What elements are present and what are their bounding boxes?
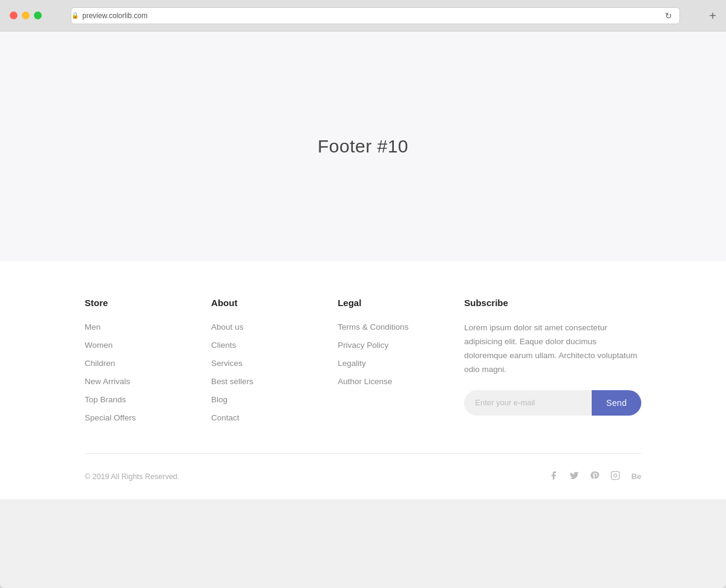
- legal-link-privacy[interactable]: Privacy Policy: [338, 341, 388, 350]
- browser-titlebar: 🔒 preview.colorlib.com ↻ +: [0, 0, 726, 31]
- social-icons: Be: [549, 471, 641, 482]
- store-link-special-offers[interactable]: Special Offers: [85, 413, 136, 422]
- list-item: Legality: [338, 358, 464, 368]
- legal-link-terms[interactable]: Terms & Conditions: [338, 322, 408, 332]
- list-item: Best sellers: [211, 376, 338, 387]
- legal-links: Terms & Conditions Privacy Policy Legali…: [338, 321, 464, 387]
- footer-column-legal: Legal Terms & Conditions Privacy Policy …: [338, 298, 464, 423]
- about-heading: About: [211, 298, 338, 308]
- maximize-button[interactable]: [34, 11, 42, 19]
- list-item: About us: [211, 321, 338, 332]
- page-content: Footer #10 Store Men Women Children New …: [0, 31, 726, 499]
- list-item: Clients: [211, 339, 338, 350]
- list-item: New Arrivals: [85, 376, 211, 387]
- store-heading: Store: [85, 298, 211, 308]
- send-button[interactable]: Send: [592, 390, 641, 416]
- list-item: Top Brands: [85, 394, 211, 405]
- list-item: Services: [211, 358, 338, 368]
- hero-section: Footer #10: [0, 31, 726, 261]
- list-item: Children: [85, 358, 211, 368]
- store-link-new-arrivals[interactable]: New Arrivals: [85, 377, 130, 386]
- address-bar[interactable]: 🔒 preview.colorlib.com ↻: [71, 7, 680, 24]
- about-link-services[interactable]: Services: [211, 359, 243, 368]
- about-link-contact[interactable]: Contact: [211, 413, 240, 422]
- traffic-lights: [10, 11, 42, 19]
- list-item: Contact: [211, 412, 338, 423]
- legal-link-author-license[interactable]: Author License: [338, 377, 392, 386]
- copyright-text: © 2019 All Rights Reserved.: [85, 472, 180, 481]
- footer-inner: Store Men Women Children New Arrivals To…: [60, 298, 666, 499]
- store-link-men[interactable]: Men: [85, 322, 100, 332]
- hero-title: Footer #10: [318, 136, 408, 157]
- footer-column-store: Store Men Women Children New Arrivals To…: [85, 298, 211, 423]
- about-link-clients[interactable]: Clients: [211, 341, 236, 350]
- twitter-icon[interactable]: [569, 471, 579, 482]
- email-input[interactable]: [464, 390, 592, 416]
- browser-window: 🔒 preview.colorlib.com ↻ + Footer #10 St…: [0, 0, 726, 588]
- legal-heading: Legal: [338, 298, 464, 308]
- list-item: Author License: [338, 376, 464, 387]
- about-link-blog[interactable]: Blog: [211, 395, 227, 404]
- subscribe-form: Send: [464, 390, 641, 416]
- list-item: Special Offers: [85, 412, 211, 423]
- store-links: Men Women Children New Arrivals Top Bran…: [85, 321, 211, 423]
- about-links: About us Clients Services Best sellers B…: [211, 321, 338, 423]
- footer: Store Men Women Children New Arrivals To…: [0, 261, 726, 499]
- new-tab-button[interactable]: +: [709, 10, 716, 22]
- subscribe-heading: Subscribe: [464, 298, 641, 308]
- about-link-about-us[interactable]: About us: [211, 322, 243, 332]
- subscribe-description: Lorem ipsum dolor sit amet consectetur a…: [464, 321, 641, 377]
- about-link-best-sellers[interactable]: Best sellers: [211, 377, 253, 386]
- url-text: preview.colorlib.com: [82, 11, 148, 20]
- store-link-women[interactable]: Women: [85, 341, 113, 350]
- lock-icon: 🔒: [71, 12, 79, 19]
- footer-column-about: About About us Clients Services Best sel…: [211, 298, 338, 423]
- list-item: Terms & Conditions: [338, 321, 464, 332]
- minimize-button[interactable]: [22, 11, 30, 19]
- instagram-icon[interactable]: [610, 471, 620, 482]
- facebook-icon[interactable]: [549, 471, 558, 482]
- footer-column-subscribe: Subscribe Lorem ipsum dolor sit amet con…: [464, 298, 641, 423]
- list-item: Men: [85, 321, 211, 332]
- pinterest-icon[interactable]: [590, 471, 600, 482]
- svg-rect-0: [612, 471, 620, 479]
- refresh-button[interactable]: ↻: [665, 11, 672, 21]
- list-item: Women: [85, 339, 211, 350]
- close-button[interactable]: [10, 11, 18, 19]
- footer-columns: Store Men Women Children New Arrivals To…: [85, 298, 641, 453]
- behance-icon[interactable]: Be: [631, 472, 641, 481]
- store-link-children[interactable]: Children: [85, 359, 115, 368]
- list-item: Privacy Policy: [338, 339, 464, 350]
- list-item: Blog: [211, 394, 338, 405]
- footer-bottom: © 2019 All Rights Reserved.: [85, 453, 641, 499]
- legal-link-legality[interactable]: Legality: [338, 359, 366, 368]
- store-link-top-brands[interactable]: Top Brands: [85, 395, 126, 404]
